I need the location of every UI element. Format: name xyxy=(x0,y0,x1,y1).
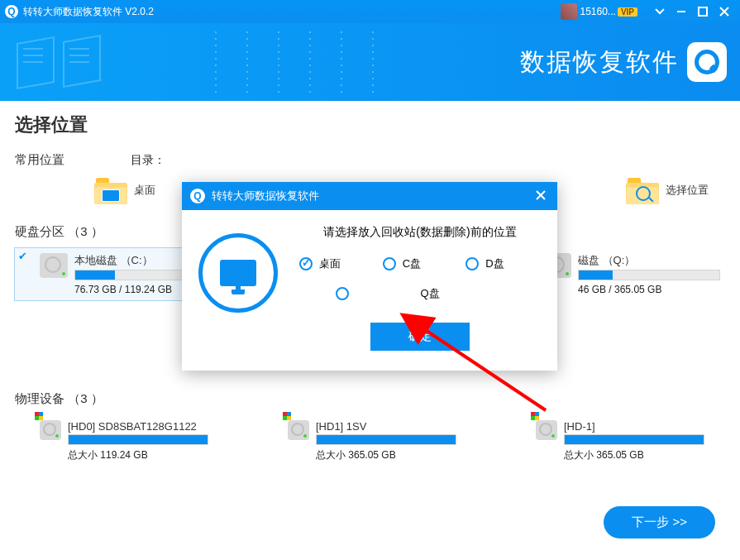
svg-rect-1 xyxy=(699,7,707,16)
drive-size: 46 GB / 365.05 GB xyxy=(578,284,720,295)
radio-option[interactable]: D盘 xyxy=(465,256,541,271)
radio-option[interactable]: C盘 xyxy=(383,256,458,271)
app-title: 转转大师数据恢复软件 V2.0.2 xyxy=(23,5,154,19)
avatar[interactable] xyxy=(561,3,577,20)
maximize-button[interactable] xyxy=(692,0,714,23)
minimize-button[interactable] xyxy=(671,0,692,23)
monitor-icon xyxy=(198,233,278,313)
radio-icon xyxy=(299,257,313,270)
modal-header: Q 转转大师数据恢复软件 xyxy=(182,182,557,210)
device-name: [HD-1] xyxy=(564,420,704,433)
drive-name: 磁盘 （Q:） xyxy=(578,253,720,268)
radio-icon xyxy=(336,287,349,300)
location-label: 选择位置 xyxy=(666,183,709,198)
device-size: 总大小 119.24 GB xyxy=(68,448,208,462)
close-button[interactable] xyxy=(714,0,735,23)
usage-bar xyxy=(564,434,704,445)
modal-message: 请选择放入回收站(数据删除)前的位置 xyxy=(299,225,541,240)
radio-icon xyxy=(383,257,396,270)
titlebar: Q 转转大师数据恢复软件 V2.0.2 15160... VIP xyxy=(0,0,740,23)
radio-label: Q盘 xyxy=(405,286,455,301)
device-item[interactable]: [HD1] 1SV总大小 365.05 GB xyxy=(263,415,461,467)
maximize-icon xyxy=(698,7,708,17)
radio-option[interactable]: 桌面 xyxy=(299,256,375,271)
common-locations-label: 常用位置 xyxy=(15,152,131,168)
devices-label: 物理设备 （3 ） xyxy=(15,391,725,407)
banner-decoration xyxy=(17,33,116,91)
app-logo-icon: Q xyxy=(5,5,18,18)
usage-bar xyxy=(578,270,720,280)
device-name: [HD0] SD8SBAT128G1122 xyxy=(68,420,208,433)
device-size: 总大小 365.05 GB xyxy=(564,448,704,462)
modal-logo-icon: Q xyxy=(190,189,205,203)
device-name: [HD1] 1SV xyxy=(316,420,456,433)
device-item[interactable]: [HD0] SD8SBAT128G1122总大小 119.24 GB xyxy=(15,415,213,467)
radio-label: 桌面 xyxy=(319,256,341,271)
windows-flag-icon xyxy=(283,412,291,420)
location-choose[interactable]: 选择位置 xyxy=(626,176,709,204)
close-icon xyxy=(536,190,546,200)
modal-dialog: Q 转转大师数据恢复软件 请选择放入回收站(数据删除)前的位置 桌面C盘D盘Q盘… xyxy=(182,182,557,371)
location-label: 桌面 xyxy=(134,183,155,198)
device-item[interactable]: [HD-1]总大小 365.05 GB xyxy=(511,415,709,467)
confirm-button[interactable]: 确定 xyxy=(370,323,470,351)
modal-close-button[interactable] xyxy=(532,189,549,203)
chevron-down-icon xyxy=(655,7,665,17)
banner: 数据恢复软件 xyxy=(0,23,740,101)
modal-title: 转转大师数据恢复软件 xyxy=(212,189,319,203)
close-icon xyxy=(719,7,729,17)
windows-flag-icon xyxy=(35,412,43,420)
page-title: 选择位置 xyxy=(15,112,725,137)
device-size: 总大小 365.05 GB xyxy=(316,448,456,462)
hdd-icon xyxy=(288,420,309,440)
user-id[interactable]: 15160... xyxy=(580,6,616,17)
check-icon: ✔ xyxy=(18,250,27,262)
usage-bar xyxy=(68,434,208,445)
minimize-icon xyxy=(676,7,686,17)
radio-label: D盘 xyxy=(485,256,504,271)
radio-label: C盘 xyxy=(403,256,421,271)
hdd-icon xyxy=(536,420,557,440)
radio-icon xyxy=(465,257,479,270)
directory-label: 目录： xyxy=(131,153,165,168)
location-desktop[interactable]: 桌面 xyxy=(94,176,155,204)
vip-badge: VIP xyxy=(618,7,637,17)
banner-logo-icon xyxy=(687,42,727,82)
next-button[interactable]: 下一步 >> xyxy=(604,506,715,538)
hdd-icon xyxy=(40,253,68,278)
hdd-icon xyxy=(40,420,61,440)
usage-bar xyxy=(316,434,456,445)
dropdown-button[interactable] xyxy=(649,0,671,23)
folder-search-icon xyxy=(626,176,659,204)
banner-title: 数据恢复软件 xyxy=(520,45,679,79)
windows-flag-icon xyxy=(531,412,539,420)
folder-desktop-icon xyxy=(94,176,127,204)
radio-option[interactable]: Q盘 xyxy=(275,286,516,301)
